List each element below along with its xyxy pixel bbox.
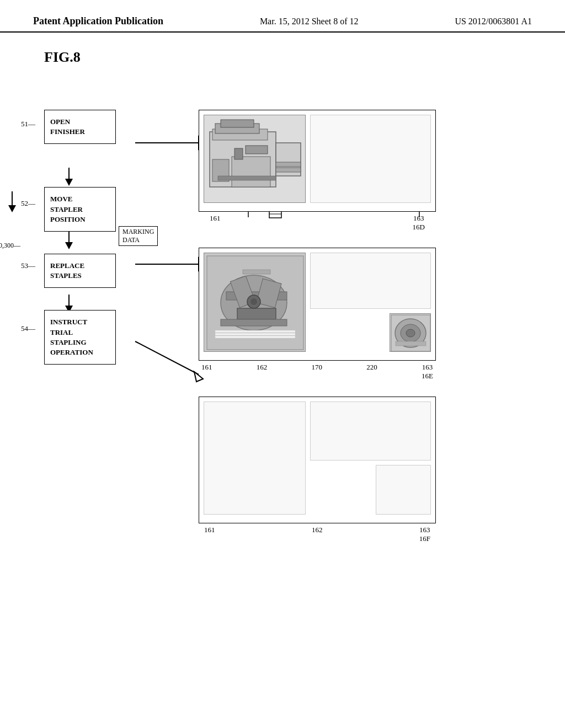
svg-rect-51 [221, 319, 287, 326]
box-51-label: 51— [21, 120, 35, 129]
flow-box-54: 54— INSTRUCTTRIALSTAPLINGOPERATION [44, 310, 116, 365]
stapler-illustration [204, 253, 306, 352]
label-161-p1: 161 [210, 214, 221, 232]
svg-marker-32 [8, 205, 16, 212]
arrow-51-52 [58, 144, 116, 166]
box-52-text: MOVESTAPLERPOSITION [44, 187, 116, 232]
svg-rect-44 [276, 168, 301, 172]
figure-label: FIG.8 [44, 49, 532, 66]
label-163-p2: 163 16E [422, 363, 433, 381]
arrow-53-54 [44, 288, 116, 310]
svg-rect-40 [246, 146, 268, 154]
panel-3-top-content [310, 402, 431, 461]
svg-point-54 [250, 298, 257, 305]
svg-rect-56 [215, 333, 295, 335]
marking-data-label: MARKINGDATA [119, 226, 158, 246]
label-162-p3: 162 [312, 526, 323, 534]
panel-2-right [310, 253, 431, 352]
main-content: FIG.8 [0, 33, 565, 722]
box-54-label: 54— [21, 324, 35, 333]
flow-box-52: 52— MOVESTAPLERPOSITION [44, 187, 116, 232]
svg-rect-39 [234, 148, 243, 159]
box-53-text: REPLACESTAPLES [44, 254, 116, 288]
panel-1-content [310, 115, 431, 203]
svg-line-10 [135, 341, 199, 374]
panel-2-small-image [390, 313, 431, 352]
svg-rect-43 [276, 162, 301, 167]
flow-diagram: 51— OPENFINISHER 52— MOVESTAPLERPOSITION… [44, 110, 116, 365]
header-publication-title: Patent Application Publication [33, 15, 163, 27]
page-header: Patent Application Publication Mar. 15, … [0, 0, 565, 33]
svg-rect-57 [215, 336, 295, 338]
panel-3-left [204, 402, 306, 515]
panel-3-bottom-content [376, 465, 431, 515]
panel-1-container: 161 163 16D [199, 110, 436, 232]
flow-box-53: 30,300— MARKINGDATA 53— REPLACESTAPLES [44, 254, 116, 288]
svg-rect-55 [215, 330, 295, 333]
box-53-label: 53— [21, 261, 35, 270]
box-52-arrow [7, 191, 18, 213]
svg-point-61 [406, 329, 415, 337]
svg-rect-38 [232, 157, 270, 187]
svg-rect-52 [243, 270, 270, 274]
label-170-p2: 170 [312, 363, 323, 372]
svg-rect-36 [221, 120, 254, 127]
box-54-text: INSTRUCTTRIALSTAPLINGOPERATION [44, 310, 116, 365]
panel-2-labels: 161 162 170 220 163 16E [199, 363, 436, 381]
panel-1 [199, 110, 436, 212]
header-patent-number: US 2012/0063801 A1 [455, 17, 532, 26]
printer-illustration [204, 115, 306, 203]
header-date-sheet: Mar. 15, 2012 Sheet 8 of 12 [260, 17, 359, 26]
arrow-52-53 [44, 232, 116, 254]
panel-2 [199, 248, 436, 361]
panel-3 [199, 397, 436, 523]
box-53-marking-label: 30,300— [0, 242, 20, 250]
panel-1-labels: 161 163 16D [199, 214, 436, 232]
panel-3-right [310, 402, 431, 515]
svg-rect-62 [396, 341, 426, 346]
svg-rect-41 [218, 176, 276, 180]
flow-box-51: 51— OPENFINISHER [44, 110, 116, 144]
label-220-p2: 220 [366, 363, 377, 372]
panel-2-content [310, 253, 431, 309]
label-163-p1: 163 16D [413, 214, 425, 232]
box-51-text: OPENFINISHER [44, 110, 116, 144]
label-162-p2: 162 [257, 363, 268, 372]
label-161-p3: 161 [204, 526, 215, 534]
svg-rect-50 [237, 308, 276, 319]
panel-1-image [204, 115, 306, 203]
panel-2-image [204, 253, 306, 352]
panel-3-container: 161 162 163 16F [199, 397, 436, 543]
cartridge-illustration [390, 314, 431, 352]
box-52-label: 52— [21, 199, 35, 208]
label-163-p3: 163 16F [419, 526, 430, 543]
label-161-p2: 161 [201, 363, 212, 372]
panel-2-container: 161 162 170 220 163 16E [199, 248, 436, 381]
panel-3-labels: 161 162 163 16F [199, 526, 436, 543]
